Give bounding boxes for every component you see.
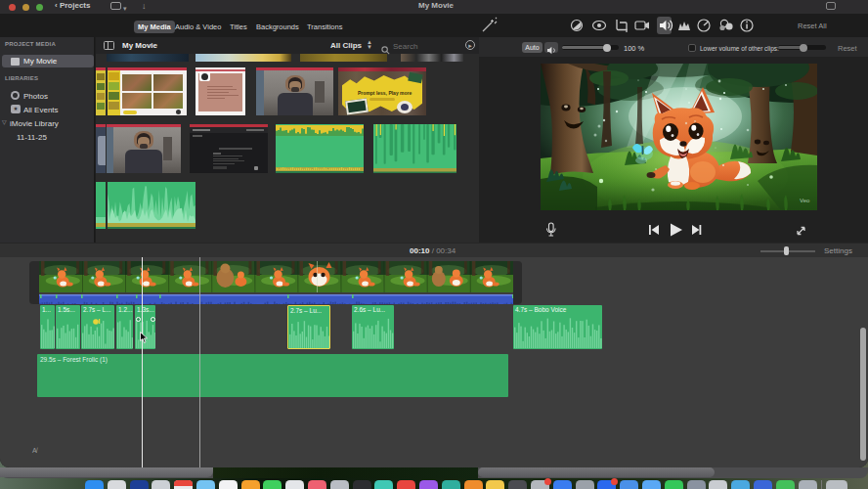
svg-text:Veo: Veo [800, 198, 810, 203]
